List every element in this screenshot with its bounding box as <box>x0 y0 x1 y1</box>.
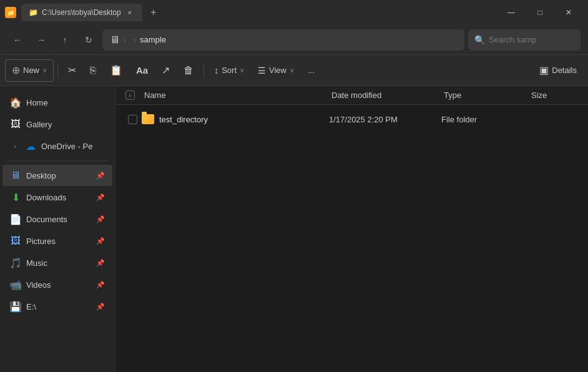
sidebar: 🏠 Home 🖼 Gallery › ☁ OneDrive - Pe 🖥 Des… <box>0 86 115 372</box>
column-header-name[interactable]: Name <box>139 91 326 100</box>
search-icon: 🔍 <box>474 35 485 45</box>
desktop-pin-icon: 📌 <box>96 172 105 180</box>
forward-button[interactable]: → <box>31 30 51 50</box>
toolbar-divider-1 <box>57 63 58 78</box>
videos-pin-icon: 📌 <box>96 281 105 289</box>
details-button[interactable]: ▣ Details <box>533 59 583 82</box>
view-chevron: ∨ <box>290 67 294 74</box>
new-tab-button[interactable]: + <box>145 4 162 21</box>
maximize-button[interactable]: □ <box>526 2 554 22</box>
onedrive-expand-icon: › <box>10 141 20 151</box>
file-area: ∧ Name Date modified Type Size <box>115 86 588 372</box>
details-icon: ▣ <box>539 64 549 76</box>
sidebar-item-home[interactable]: 🏠 Home <box>2 92 112 113</box>
sidebar-onedrive-label: OneDrive - Pe <box>41 142 105 151</box>
new-button[interactable]: ⊕ New ∨ <box>5 59 54 82</box>
copy-button[interactable]: ⎘ <box>84 59 102 82</box>
tab-close-button[interactable]: × <box>125 7 135 17</box>
new-label: New <box>23 66 39 75</box>
column-header-size[interactable]: Size <box>526 91 583 100</box>
delete-icon: 🗑 <box>184 65 194 76</box>
sort-icon: ↕ <box>214 66 218 76</box>
file-type-cell: File folder <box>441 115 529 124</box>
column-header-type[interactable]: Type <box>439 91 526 100</box>
row-checkbox-box[interactable] <box>128 115 137 124</box>
sort-chevron: ∨ <box>240 67 244 74</box>
column-header-date[interactable]: Date modified <box>326 91 439 100</box>
rename-button[interactable]: Aa <box>130 59 154 82</box>
sidebar-desktop-label: Desktop <box>26 171 91 180</box>
sidebar-videos-label: Videos <box>26 280 91 290</box>
file-name-label: test_directory <box>159 115 208 124</box>
search-placeholder: Search samp <box>489 35 537 44</box>
share-button[interactable]: ↗ <box>155 59 176 82</box>
more-icon: ... <box>308 66 315 75</box>
column-headers: ∧ Name Date modified Type Size <box>115 86 588 105</box>
videos-icon: 📹 <box>10 279 21 290</box>
more-button[interactable]: ... <box>301 59 321 82</box>
toolbar: ⊕ New ∨ ✂ ⎘ 📋 Aa ↗ 🗑 ↕ Sort ∨ ☰ View ∨ .… <box>0 55 588 86</box>
file-date-cell: 1/17/2025 2:20 PM <box>329 115 441 124</box>
sidebar-pictures-label: Pictures <box>26 237 91 246</box>
title-bar: 📁 📁 C:\Users\tobya\Desktop × + — □ ✕ <box>0 0 588 25</box>
select-all-checkbox[interactable]: ∧ <box>120 91 139 100</box>
folder-icon <box>142 114 154 124</box>
column-size-label: Size <box>531 91 547 100</box>
address-computer-icon: 🖥 <box>110 34 120 46</box>
refresh-button[interactable]: ↻ <box>79 30 99 50</box>
drive-e-icon: 💾 <box>10 301 21 312</box>
gallery-icon: 🖼 <box>10 119 21 130</box>
checkbox-box[interactable]: ∧ <box>125 91 135 100</box>
drive-e-pin-icon: 📌 <box>96 303 105 311</box>
sidebar-item-desktop[interactable]: 🖥 Desktop 📌 <box>2 165 112 186</box>
sidebar-item-music[interactable]: 🎵 Music 📌 <box>2 252 112 273</box>
sidebar-item-drive-e[interactable]: 💾 E:\ 📌 <box>2 296 112 317</box>
onedrive-icon: ☁ <box>25 140 36 152</box>
documents-pin-icon: 📌 <box>96 215 105 223</box>
table-row[interactable]: test_directory 1/17/2025 2:20 PM File fo… <box>118 108 586 130</box>
pictures-pin-icon: 📌 <box>96 237 105 245</box>
sidebar-downloads-label: Downloads <box>26 193 91 202</box>
view-label: View <box>269 66 287 75</box>
downloads-pin-icon: 📌 <box>96 193 105 202</box>
column-name-label: Name <box>144 91 166 100</box>
sort-label: Sort <box>222 66 237 75</box>
new-chevron: ∨ <box>42 67 47 74</box>
paste-button[interactable]: 📋 <box>104 59 129 82</box>
pictures-icon: 🖼 <box>10 235 21 247</box>
details-label: Details <box>552 66 577 75</box>
search-bar[interactable]: 🔍 Search samp <box>468 29 581 51</box>
view-button[interactable]: ☰ View ∨ <box>252 59 300 82</box>
minimize-button[interactable]: — <box>497 2 526 22</box>
sort-button[interactable]: ↕ Sort ∨ <box>208 59 250 82</box>
sidebar-drive-e-label: E:\ <box>26 302 91 311</box>
desktop-icon: 🖥 <box>10 170 21 181</box>
address-sample[interactable]: sample <box>140 35 166 44</box>
cut-button[interactable]: ✂ <box>62 59 82 82</box>
active-tab[interactable]: 📁 C:\Users\tobya\Desktop × <box>21 4 142 21</box>
sidebar-divider <box>7 160 107 161</box>
app-icon: 📁 <box>5 7 16 18</box>
back-button[interactable]: ← <box>7 30 27 50</box>
sidebar-item-documents[interactable]: 📄 Documents 📌 <box>2 208 112 230</box>
delete-button[interactable]: 🗑 <box>177 59 200 82</box>
up-button[interactable]: ↑ <box>55 30 75 50</box>
sidebar-item-downloads[interactable]: ⬇ Downloads 📌 <box>2 187 112 208</box>
rename-icon: Aa <box>136 65 148 76</box>
window-controls: — □ ✕ <box>497 2 583 22</box>
sidebar-item-videos[interactable]: 📹 Videos 📌 <box>2 274 112 295</box>
address-bar[interactable]: 🖥 › › sample <box>102 29 464 51</box>
home-icon: 🏠 <box>10 97 21 108</box>
tab-label: C:\Users\tobya\Desktop <box>42 8 121 17</box>
sidebar-item-onedrive[interactable]: › ☁ OneDrive - Pe <box>2 135 112 157</box>
row-checkbox[interactable] <box>123 115 142 124</box>
downloads-icon: ⬇ <box>10 192 21 203</box>
close-button[interactable]: ✕ <box>554 2 583 22</box>
main-content: 🏠 Home 🖼 Gallery › ☁ OneDrive - Pe 🖥 Des… <box>0 86 588 372</box>
sidebar-item-pictures[interactable]: 🖼 Pictures 📌 <box>2 230 112 252</box>
file-list: test_directory 1/17/2025 2:20 PM File fo… <box>115 105 588 372</box>
tab-container: 📁 C:\Users\tobya\Desktop × + <box>21 4 492 21</box>
toolbar-divider-2 <box>203 63 204 78</box>
view-icon: ☰ <box>258 66 266 76</box>
sidebar-item-gallery[interactable]: 🖼 Gallery <box>2 114 112 135</box>
